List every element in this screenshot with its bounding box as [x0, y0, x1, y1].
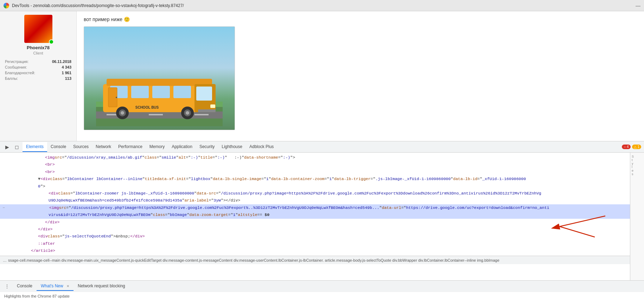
- user-sidebar: Phoenix78 Client Регистрация: 06.11.2018…: [0, 11, 77, 141]
- error-badge: ○ 4: [622, 145, 630, 149]
- browser-url: DevTools - zennolab.com/discussion/threa…: [12, 3, 632, 8]
- stat-messages: Сообщения: 4 343: [4, 64, 73, 70]
- tab-memory[interactable]: Memory: [146, 142, 168, 152]
- tab-performance[interactable]: Performance: [115, 142, 146, 152]
- code-panel[interactable]: <img src="/discussion/xray_smailes/ab.gi…: [0, 153, 630, 280]
- svg-rect-14: [210, 104, 215, 108]
- tab-network[interactable]: Network: [92, 142, 115, 152]
- code-line: 0">: [0, 183, 630, 190]
- warning-badge: △ 1: [632, 145, 641, 149]
- svg-rect-9: [131, 86, 149, 98]
- code-line: <div class="lbContainer-zoomer js-lbImag…: [0, 190, 630, 197]
- breadcrumb-path[interactable]: ssage-cell.message-cell--main div.messag…: [8, 258, 499, 262]
- browser-bar: DevTools - zennolab.com/discussion/threa…: [0, 0, 644, 11]
- code-line: </div>: [0, 219, 630, 226]
- notification-text: Highlights from the Chrome 87 update: [4, 294, 70, 298]
- tab-adblock[interactable]: Adblock Plus: [246, 142, 277, 152]
- stat-label: Благодарностей:: [5, 71, 35, 75]
- code-line: <br>: [0, 168, 630, 175]
- stat-label: Сообщения:: [5, 65, 27, 69]
- notification-bar: Highlights from the Chrome 87 update: [0, 292, 644, 300]
- svg-point-19: [121, 111, 124, 115]
- code-line: <div class="js-selectToQuoteEnd"> &nbsp;…: [0, 233, 630, 240]
- code-view: <img src="/discussion/xray_smailes/ab.gi…: [0, 153, 630, 256]
- stat-value: 06.11.2018: [52, 59, 71, 64]
- stat-registration: Регистрация: 06.11.2018: [4, 59, 73, 64]
- tab-console-bottom[interactable]: Console: [13, 282, 37, 291]
- code-line: ::after: [0, 240, 630, 247]
- tab-console[interactable]: Console: [47, 142, 70, 152]
- tab-application[interactable]: Application: [168, 142, 196, 152]
- user-role: Client: [33, 51, 43, 55]
- avatar: [24, 15, 52, 43]
- svg-rect-5: [195, 114, 209, 115]
- devtools-tabs: ▶ ◻ Elements Console Sources Network Per…: [0, 141, 644, 153]
- inspect-icon[interactable]: ◻: [13, 143, 21, 151]
- minimize-button[interactable]: —: [636, 3, 640, 8]
- post-image: SCHOOL BUS: [84, 26, 235, 130]
- stat-thanks: Благодарностей: 1 961: [4, 70, 73, 76]
- post-text: вот пример ниже 🙂: [84, 17, 637, 22]
- post-content: вот пример ниже 🙂: [77, 11, 644, 141]
- right-panel: Styles: [630, 153, 644, 280]
- code-line: <img src="/discussion/xray_smailes/ab.gi…: [0, 154, 630, 161]
- stat-value: 1 961: [62, 71, 71, 75]
- warning-badges: ○ 4 △ 1: [622, 145, 641, 149]
- devtools-panel: ▶ ◻ Elements Console Sources Network Per…: [0, 141, 644, 300]
- stat-points: Баллы: 113: [4, 76, 73, 81]
- code-line-selected: virus&id=12zT2MvTrbEZnhVgU9DJq0eNqLwXfBE…: [0, 211, 630, 218]
- svg-rect-15: [198, 109, 216, 112]
- code-line: ▼ <div class="lbContainer lbContainer--i…: [0, 175, 630, 183]
- cursor-icon[interactable]: ▶: [3, 143, 11, 151]
- chrome-icon: [4, 3, 9, 8]
- svg-point-22: [186, 111, 189, 115]
- devtools-main: <img src="/discussion/xray_smailes/ab.gi…: [0, 153, 644, 280]
- tab-security[interactable]: Security: [196, 142, 218, 152]
- username: Phoenix78: [27, 45, 50, 50]
- top-content: Phoenix78 Client Регистрация: 06.11.2018…: [0, 11, 644, 141]
- tab-sources[interactable]: Sources: [70, 142, 92, 152]
- close-tab-icon[interactable]: ✕: [66, 284, 69, 288]
- tab-network-blocking[interactable]: Network request blocking: [74, 282, 129, 291]
- stat-value: 4 343: [62, 65, 71, 69]
- svg-rect-13: [196, 87, 212, 101]
- breadcrumb-bar: … ssage-cell.message-cell--main div.mess…: [0, 256, 630, 264]
- three-dots-menu[interactable]: ⋮: [3, 282, 11, 291]
- svg-rect-11: [173, 86, 191, 98]
- svg-rect-4: [149, 114, 163, 115]
- tab-elements[interactable]: Elements: [23, 142, 47, 152]
- post-text-content: вот пример ниже 🙂: [84, 17, 130, 22]
- online-indicator: [49, 39, 54, 44]
- code-line: U9DJq0eNqLwXfBEOm&hash=ced549b3fb24fe1fc…: [0, 197, 630, 204]
- stat-label: Регистрация:: [5, 59, 28, 64]
- svg-rect-10: [152, 86, 170, 98]
- stat-label: Баллы:: [5, 76, 18, 81]
- tab-lighthouse[interactable]: Lighthouse: [218, 142, 246, 152]
- tab-whats-new[interactable]: What's New ✕: [37, 282, 74, 291]
- code-line: </article>: [0, 247, 630, 254]
- three-dots-small: …: [3, 258, 7, 262]
- svg-point-24: [116, 97, 117, 98]
- svg-text:SCHOOL BUS: SCHOOL BUS: [135, 106, 159, 109]
- stat-value: 113: [65, 76, 71, 81]
- code-line: </div>: [0, 226, 630, 233]
- right-panel-label: Styles: [631, 154, 643, 177]
- code-line: <br>: [0, 161, 630, 168]
- code-line-selected: … <img src="/discussion/proxy.php?image=…: [0, 204, 630, 211]
- bottom-tabs: ⋮ Console What's New ✕ Network request b…: [0, 280, 644, 292]
